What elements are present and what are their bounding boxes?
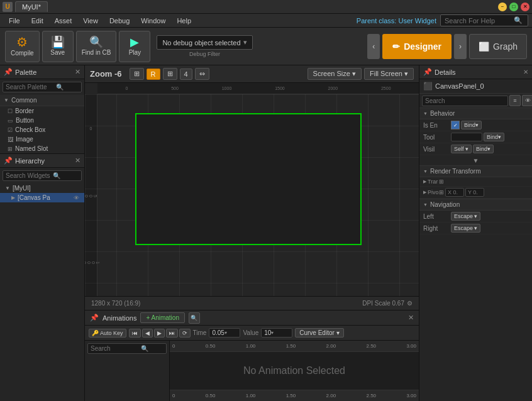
view-list-icon[interactable]: ≡ [509, 95, 521, 106]
close-button[interactable]: ✕ [521, 3, 529, 11]
hierarchy-search[interactable]: 🔍 [3, 170, 82, 181]
four-btn[interactable]: 4 [180, 69, 192, 80]
designer-button[interactable]: ✏ Designer [382, 34, 452, 59]
visibility-arrow-icon: ▾ [465, 146, 468, 152]
details-title: Details [435, 69, 456, 76]
save-button[interactable]: 💾 Save [42, 31, 74, 62]
palette-item-named-slot[interactable]: ⊞ Named Slot [0, 144, 84, 153]
tool-bind-button[interactable]: Bind▾ [484, 133, 504, 141]
fit-btn[interactable]: ⇔ [195, 68, 209, 80]
canvas-viewport[interactable] [85, 94, 419, 296]
rewind-button[interactable]: ⏮ [129, 329, 141, 338]
palette-search-input[interactable] [6, 84, 56, 91]
parent-class-value[interactable]: User Widget [398, 17, 436, 25]
dpi-gear-icon[interactable]: ⚙ [407, 300, 413, 307]
hierarchy-pin-icon: 📌 [4, 157, 13, 165]
animation-close-icon[interactable]: ✕ [408, 314, 414, 322]
menu-asset[interactable]: Asset [50, 16, 77, 26]
add-animation-button[interactable]: + Animation [140, 312, 185, 323]
editor-tab[interactable]: MyUI* [15, 1, 48, 12]
menu-debug[interactable]: Debug [104, 16, 135, 26]
animation-search-input[interactable] [91, 345, 141, 352]
animation-search-button[interactable]: 🔍 [189, 312, 200, 324]
palette-search[interactable]: 🔍 [3, 82, 82, 92]
tool-input[interactable] [451, 133, 482, 141]
loop-button[interactable]: ⟳ [179, 329, 191, 338]
layout-icon-btn[interactable]: ⊞ [130, 68, 144, 80]
hierarchy-canvas-panel[interactable]: ▶ [Canvas Pa 👁 [0, 193, 84, 202]
compile-button[interactable]: ⚙ Compile [5, 31, 40, 62]
details-search-input[interactable] [422, 96, 508, 106]
palette-close-icon[interactable]: ✕ [75, 68, 80, 76]
translation-row: ▶ Trar ⊞ [419, 177, 532, 187]
search-icon: 🔍 [514, 16, 523, 25]
hierarchy-panel: 📌 Hierarchy ✕ 🔍 ▼ [MyUI] ▶ [Canvas Pa 👁 [0, 153, 84, 202]
pivot-x-input[interactable] [445, 188, 464, 197]
play-anim-button[interactable]: ▶ [154, 329, 165, 338]
play-button[interactable]: ▶ Play [119, 31, 150, 62]
is-enabled-bind-button[interactable]: Bind▾ [461, 121, 482, 129]
behavior-section[interactable]: ▼ Behavior [419, 107, 532, 119]
debug-filter-dropdown[interactable]: No debug object selected ▾ [157, 35, 252, 50]
screen-size-dropdown[interactable]: Screen Size ▾ [308, 68, 362, 80]
hierarchy-close-icon[interactable]: ✕ [75, 157, 80, 165]
tool-tip-row: Tool Bind▾ [419, 131, 532, 143]
r-button[interactable]: R [147, 69, 160, 80]
value-input[interactable]: 10 ▾ [261, 328, 292, 338]
palette-item-border[interactable]: ☐ Border [0, 106, 84, 116]
designer-right-arrow[interactable]: › [454, 34, 467, 59]
palette-item-button[interactable]: ▭ Button [0, 116, 84, 125]
is-enabled-value: ✓ Bind▾ [451, 121, 528, 129]
value-arrow-icon[interactable]: ▾ [271, 330, 274, 336]
maximize-button[interactable]: □ [509, 3, 518, 11]
is-enabled-checkbox[interactable]: ✓ [451, 121, 460, 129]
menu-file[interactable]: File [4, 16, 25, 26]
designer-left-arrow[interactable]: ‹ [367, 34, 380, 59]
details-panel: 📌 Details ✕ ⬛ CanvasPanel_0 ≡ 👁 ▼ Behavi… [419, 65, 532, 401]
minimize-button[interactable]: − [498, 3, 507, 11]
right-nav-dropdown[interactable]: Escape ▾ [451, 224, 480, 233]
tool-value: Bind▾ [451, 133, 528, 141]
menu-window[interactable]: Window [136, 16, 170, 26]
animation-search[interactable]: 🔍 [87, 343, 167, 354]
visibility-eye-icon[interactable]: 👁 [74, 195, 79, 201]
canvas-panel-row: ⬛ CanvasPanel_0 [419, 79, 532, 94]
details-header: 📌 Details ✕ [419, 65, 532, 79]
auto-key-button[interactable]: 🔑 Auto Key [89, 329, 126, 338]
time-arrow-icon[interactable]: ▾ [224, 330, 227, 336]
menu-view[interactable]: View [78, 16, 103, 26]
search-help-input[interactable] [445, 17, 514, 25]
view-eye-icon[interactable]: 👁 [522, 95, 532, 106]
canvas-area[interactable]: 0 500 1000 1500 2000 2500 05001000 [85, 83, 419, 296]
step-back-button[interactable]: ◀ [142, 329, 153, 338]
find-in-cb-button[interactable]: 🔍 Find in CB [76, 31, 117, 62]
step-forward-button[interactable]: ⏭ [166, 329, 178, 338]
expand-more-icon[interactable]: ▼ [419, 155, 532, 165]
menu-edit[interactable]: Edit [26, 16, 48, 26]
navigation-section[interactable]: ▼ Navigation [419, 199, 532, 211]
pivot-y-input[interactable] [465, 188, 484, 197]
visibility-self-dropdown[interactable]: Self ▾ [451, 145, 472, 153]
menu-help[interactable]: Help [172, 16, 196, 26]
left-nav-dropdown[interactable]: Escape ▾ [451, 212, 480, 221]
hierarchy-search-input[interactable] [6, 172, 53, 179]
left-panel: 📌 Palette ✕ 🔍 ▼ Common ☐ Border ▭ Button… [0, 65, 85, 401]
main-toolbar: ⚙ Compile 💾 Save 🔍 Find in CB ▶ Play No … [0, 28, 532, 65]
palette-item-image[interactable]: 🖼 Image [0, 135, 84, 144]
time-input[interactable]: 0.05 ▾ [209, 328, 240, 338]
hierarchy-root[interactable]: ▼ [MyUI] [0, 184, 84, 193]
visibility-bind-button[interactable]: Bind▾ [473, 145, 494, 153]
palette-item-checkbox[interactable]: ☑ Check Box [0, 125, 84, 135]
grid-btn[interactable]: ⊞ [163, 68, 177, 80]
palette-common-section[interactable]: ▼ Common [0, 95, 84, 106]
animation-timeline: 0 0.50 1.00 1.50 2.00 2.50 3.00 No Anima… [170, 341, 419, 401]
fill-screen-button[interactable]: Fill Screen ▾ [364, 68, 414, 80]
details-close-button[interactable]: ✕ [523, 69, 528, 75]
search-help-bar[interactable]: 🔍 [440, 14, 528, 26]
graph-button[interactable]: ⬜ Graph [469, 34, 527, 59]
curve-editor-button[interactable]: Curve Editor ▾ [295, 328, 343, 338]
animation-toolbar: 🔑 Auto Key ⏮ ◀ ▶ ⏭ ⟳ Time 0.05 ▾ Value [85, 326, 419, 341]
render-transform-section[interactable]: ▼ Render Transform [419, 165, 532, 177]
design-canvas-rect[interactable] [135, 113, 362, 245]
details-search-row: ≡ 👁 [419, 94, 532, 107]
